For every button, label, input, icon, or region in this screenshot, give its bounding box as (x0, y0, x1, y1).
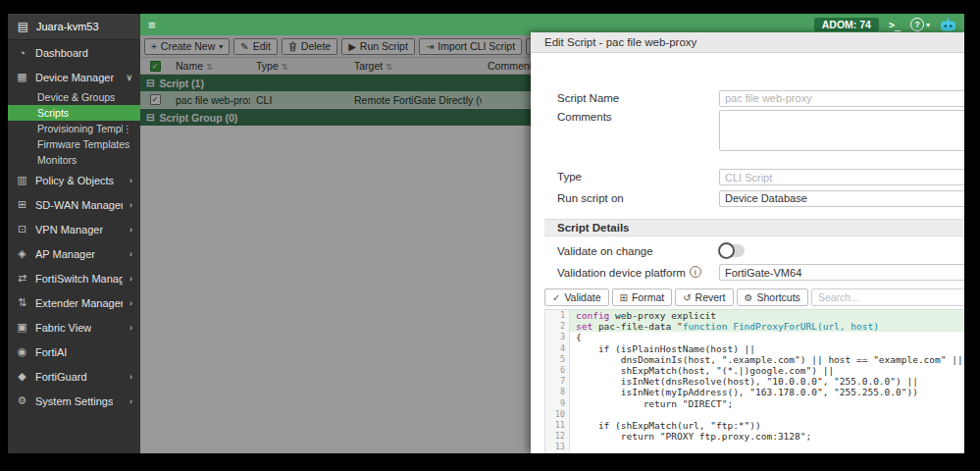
device-manager-icon: ▦ (16, 71, 28, 83)
code-line-3: 3{ (545, 332, 964, 342)
editor-search-input[interactable] (811, 288, 964, 306)
sidebar-item-vpn-manager[interactable]: ⊡VPN Manager› (8, 217, 140, 241)
type-label: Type (557, 170, 719, 183)
cli-console-icon[interactable]: >_ (889, 20, 901, 30)
code-line-14: 14 return "PROXY webcache.domain.com:808… (545, 452, 964, 453)
script-details-section-header: Script Details (544, 219, 964, 236)
chevron-right-icon: › (129, 249, 132, 259)
sidebar-item-firmware-templates[interactable]: Firmware Templates (8, 136, 140, 152)
sidebar-item-fortiai[interactable]: ◉FortiAI (8, 340, 140, 364)
line-number: 11 (545, 420, 570, 431)
format-label: Format (632, 291, 664, 303)
revert-button[interactable]: ↺Revert (675, 288, 733, 306)
chevron-right-icon: › (129, 200, 132, 210)
ap-icon: ◈ (16, 247, 28, 260)
sidebar-item-label: FortiSwitch Manager (35, 273, 123, 285)
sidebar-item-label: Device & Groups (37, 91, 115, 103)
validate-on-change-toggle[interactable] (719, 244, 745, 257)
sidebar-item-extender-manager[interactable]: ⇅Extender Manager› (8, 290, 140, 315)
comments-label: Comments (557, 110, 719, 123)
run-script-on-select[interactable] (719, 190, 964, 207)
sidebar-item-monitors[interactable]: Monitors (8, 152, 140, 168)
sidebar-item-fortiswitch-manager[interactable]: ⇄FortiSwitch Manager› (8, 266, 140, 290)
sidebar-item-dashboard[interactable]: ◔Dashboard (8, 40, 140, 65)
sidebar-item-device-groups[interactable]: Device & Groups (8, 89, 140, 105)
line-number: 1 (545, 310, 570, 321)
sidebar-item-policy-objects[interactable]: ▥Policy & Objects› (8, 168, 140, 192)
line-number: 4 (545, 343, 570, 354)
type-input[interactable] (719, 169, 964, 185)
fortiai-icon: ◉ (16, 345, 28, 358)
format-icon: ⊞ (620, 292, 628, 303)
fortiai-robot-icon[interactable] (940, 18, 956, 31)
sidebar-item-sd-wan-manager[interactable]: ⊞SD-WAN Manager› (8, 192, 140, 217)
code-line-9: 9 return "DIRECT"; (545, 398, 964, 409)
line-number: 2 (545, 321, 570, 332)
code-line-11: 11 if (shExpMatch(url, "ftp:*")) (545, 420, 964, 431)
chevron-right-icon: › (129, 274, 132, 284)
shortcuts-icon: ⚙ (745, 292, 753, 303)
menu-icon[interactable]: ≡ (148, 18, 156, 32)
sidebar-item-label: System Settings (35, 395, 113, 407)
sidebar-item-label: AP Manager (35, 248, 95, 260)
extender-icon: ⇅ (16, 296, 28, 309)
script-name-input[interactable] (719, 90, 964, 107)
help-menu[interactable]: ? ▾ (910, 18, 930, 31)
sidebar-item-label: Device Manager (35, 72, 114, 83)
validate-on-change-label: Validate on change (557, 244, 719, 257)
shortcuts-button[interactable]: ⚙Shortcuts (737, 288, 808, 306)
code-line-8: 8 isInNet(myIpAddress(), "163.178.0.0", … (545, 387, 964, 397)
code-line-13: 13 (545, 442, 964, 452)
sidebar-header: ▤ Juara-kvm53 (8, 14, 140, 40)
code-editor[interactable]: 1config web-proxy explicit2set pac-file-… (544, 309, 964, 453)
adom-badge[interactable]: ADOM: 74 (814, 18, 879, 31)
sidebar-item-label: Policy & Objects (35, 175, 114, 186)
sidebar-item-scripts[interactable]: Scripts (8, 105, 140, 121)
clipboard-icon: ▤ (17, 20, 29, 33)
sidebar-item-device-manager[interactable]: ▦Device Manager∨ (8, 65, 140, 89)
run-script-on-label: Run script on (557, 191, 719, 204)
script-name-row: Script Name (557, 88, 964, 107)
sidebar-item-system-settings[interactable]: ⚙System Settings› (8, 389, 140, 413)
code-line-12: 12 return "PROXY ftp.proxy.com:3128"; (545, 431, 964, 442)
chevron-right-icon: › (129, 396, 132, 406)
edit-script-panel: Edit Script - pac file web-proxy [View S… (531, 32, 964, 453)
script-name-label: Script Name (557, 91, 719, 104)
chevron-right-icon: › (129, 323, 132, 333)
sidebar-item-label: FortiGuard (35, 371, 87, 383)
screen: { "icons": { "clipboard": "▤", "dashboar… (0, 0, 980, 471)
dashboard-icon: ◔ (16, 47, 28, 59)
help-icon: ? (910, 18, 924, 31)
code-line-2: 2set pac-file-data "function FindProxyFo… (545, 321, 964, 332)
sidebar-item-fortiguard[interactable]: ◆FortiGuard› (8, 364, 140, 389)
menu-dots-icon[interactable]: ⋮ (123, 124, 132, 134)
view-link-row: [View Sample Scripts] (531, 65, 964, 82)
shortcuts-label: Shortcuts (757, 291, 800, 303)
sidebar-item-label: Dashboard (35, 47, 88, 59)
editor-toolbar: ✓Validate ⊞Format ↺Revert ⚙Shortcuts (544, 288, 964, 306)
comments-row: Comments (557, 110, 964, 155)
comments-textarea[interactable] (719, 110, 964, 151)
sidebar-item-ap-manager[interactable]: ◈AP Manager› (8, 241, 140, 266)
line-number: 3 (545, 332, 570, 342)
topbar-right: ADOM: 74 >_ ? ▾ (814, 18, 956, 31)
validation-platform-label-text: Validation device platform (557, 267, 686, 279)
line-number: 6 (545, 365, 570, 376)
line-number: 13 (545, 442, 570, 452)
validation-platform-row: Validation device platformi (557, 263, 964, 282)
sdwan-icon: ⊞ (16, 198, 28, 211)
validate-on-change-row: Validate on change (557, 244, 964, 257)
sidebar-item-label: Provisioning Templates (37, 123, 123, 134)
chevron-down-icon: ∨ (126, 73, 132, 82)
validation-platform-select[interactable] (719, 264, 964, 281)
format-button[interactable]: ⊞Format (612, 288, 673, 306)
validate-button[interactable]: ✓Validate (544, 288, 609, 306)
sidebar-item-fabric-view[interactable]: ▣Fabric View› (8, 315, 140, 340)
script-form: Script Name Comments Type Run script on (531, 88, 964, 207)
sidebar-item-provisioning-templates[interactable]: Provisioning Templates⋮ (8, 121, 140, 136)
policy-objects-icon: ▥ (16, 174, 28, 186)
fortiswitch-icon: ⇄ (16, 272, 28, 285)
code-line-5: 5 dnsDomainIs(host, ".example.com") || h… (545, 354, 964, 365)
line-number: 7 (545, 376, 570, 387)
code-line-10: 10 (545, 409, 964, 420)
